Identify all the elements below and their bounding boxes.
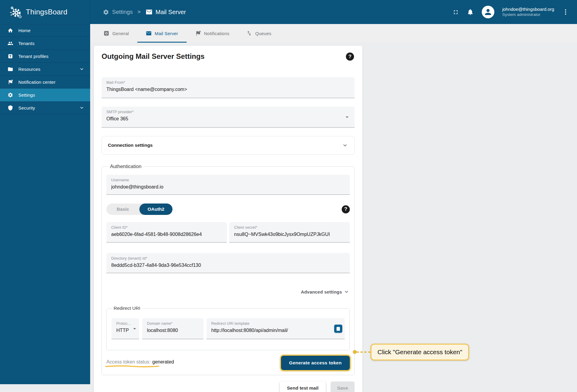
mail-icon (146, 30, 152, 36)
mail-from-field[interactable]: Mail From* ThingsBoard <name@company.com… (102, 77, 355, 98)
annotation-connector-line (356, 351, 371, 353)
domain-name-field[interactable]: Domain name* localhost:8080 (142, 318, 203, 339)
tab-notifications[interactable]: Notifications (187, 24, 238, 43)
client-secret-field[interactable]: Client secret* nsu8Q~MVSwk43o9bicJysx9Om… (229, 222, 350, 243)
gear-icon (8, 92, 13, 98)
shield-icon (8, 105, 13, 111)
sidebar-item-tenants[interactable]: Tenants (0, 37, 90, 50)
gear-icon (103, 9, 109, 15)
gear-square-icon (103, 30, 109, 36)
breadcrumb: Settings > Mail Server (103, 8, 186, 16)
user-email: johndoe@thingsboard.org (502, 7, 554, 12)
user-info[interactable]: johndoe@thingsboard.org System administr… (502, 7, 554, 17)
sidebar: Home Tenants Tenant profiles Resources N… (0, 24, 90, 384)
smtp-provider-select[interactable]: SMTP provider* Office 365 (102, 107, 355, 128)
auth-type-toggle-row: Basic OAuth2 ? (106, 204, 350, 215)
oauth2-help-icon[interactable]: ? (342, 205, 350, 213)
connection-settings-panel[interactable]: Connection settings (102, 136, 355, 155)
app-logo[interactable]: ThingsBoard (0, 0, 90, 24)
swap-vertical-icon (246, 30, 252, 36)
user-role: System administrator (502, 12, 554, 17)
mail-server-settings-card: Outgoing Mail Server Settings ? Mail Fro… (94, 46, 362, 392)
client-id-field[interactable]: Client ID* aeb6020e-6fad-4581-9b48-9008d… (106, 222, 227, 243)
annotation-callout: Click "Generate access token" (371, 344, 469, 360)
chevron-down-icon (343, 288, 350, 295)
sidebar-item-security[interactable]: Security (0, 101, 90, 114)
home-icon (8, 28, 13, 33)
app-header: ThingsBoard Settings > Mail Server johnd… (0, 0, 577, 24)
auth-type-toggle: Basic OAuth2 (106, 204, 172, 215)
tenant-profile-icon (8, 53, 13, 59)
sidebar-item-tenant-profiles[interactable]: Tenant profiles (0, 50, 90, 63)
redirect-uri-section: Redirect URI Protoc... HTTP Domain name*… (106, 306, 350, 350)
clipboard-icon (336, 326, 340, 331)
directory-tenant-id-field[interactable]: Directory (tenant) Id* 8eddd5cd-b327-4a8… (106, 253, 350, 273)
username-field[interactable]: Username johndoe@thingsboard.io (106, 175, 350, 195)
breadcrumb-separator: > (138, 9, 141, 15)
notifications-bell-icon[interactable] (467, 8, 474, 16)
caret-down-icon (131, 325, 138, 332)
help-icon[interactable]: ? (346, 53, 354, 61)
access-token-row: Access token status:generated Generate a… (106, 355, 350, 370)
breadcrumb-mail-server[interactable]: Mail Server (145, 8, 186, 16)
caret-down-icon (344, 114, 350, 120)
flag-icon (8, 79, 13, 85)
person-icon (484, 8, 493, 17)
chevron-down-icon (342, 142, 348, 149)
save-button[interactable]: Save (331, 381, 355, 392)
advanced-settings-toggle[interactable]: Advanced settings (106, 288, 350, 296)
overflow-menu-icon[interactable] (562, 8, 569, 16)
avatar[interactable] (482, 6, 494, 18)
sidebar-item-resources[interactable]: Resources (0, 63, 90, 76)
mail-icon (145, 8, 153, 16)
authentication-section: Authentication Username johndoe@thingsbo… (102, 164, 355, 375)
chevron-down-icon (79, 66, 85, 72)
redirect-uri-template-field[interactable]: Redirect URI template http://localhost:8… (206, 318, 345, 339)
breadcrumb-settings[interactable]: Settings (103, 9, 133, 15)
send-test-mail-button[interactable]: Send test mail (280, 381, 326, 392)
people-icon (8, 41, 13, 46)
folder-icon (8, 66, 13, 72)
toggle-basic[interactable]: Basic (106, 204, 139, 215)
generate-access-token-button[interactable]: Generate access token (281, 356, 350, 370)
form-actions: Send test mail Save (102, 381, 355, 392)
tab-mail-server[interactable]: Mail Server (137, 24, 187, 43)
chevron-down-icon (79, 105, 85, 111)
flag-icon (195, 30, 201, 36)
toggle-oauth2[interactable]: OAuth2 (139, 204, 172, 215)
sidebar-item-notification-center[interactable]: Notification center (0, 76, 90, 89)
app-name: ThingsBoard (26, 8, 67, 16)
header-actions: johndoe@thingsboard.org System administr… (453, 6, 577, 18)
thingsboard-logo-icon (9, 5, 22, 19)
sidebar-item-home[interactable]: Home (0, 24, 90, 37)
annotation-text: Click "Generate access token" (377, 348, 462, 356)
settings-tabs: General Mail Server Notifications Queues (90, 24, 577, 43)
annotation-connector-dot (353, 350, 357, 354)
redirect-uri-legend: Redirect URI (112, 306, 142, 311)
tab-queues[interactable]: Queues (238, 24, 280, 43)
sidebar-item-settings[interactable]: Settings (0, 89, 90, 101)
annotation-underline (105, 365, 159, 368)
fullscreen-icon[interactable] (453, 9, 459, 15)
authentication-legend: Authentication (108, 164, 143, 169)
access-token-status: Access token status:generated (106, 359, 174, 366)
tab-general[interactable]: General (95, 24, 137, 43)
copy-redirect-uri-button[interactable] (334, 324, 342, 333)
page-title: Outgoing Mail Server Settings (102, 52, 355, 61)
protocol-select[interactable]: Protoc... HTTP (111, 318, 139, 339)
